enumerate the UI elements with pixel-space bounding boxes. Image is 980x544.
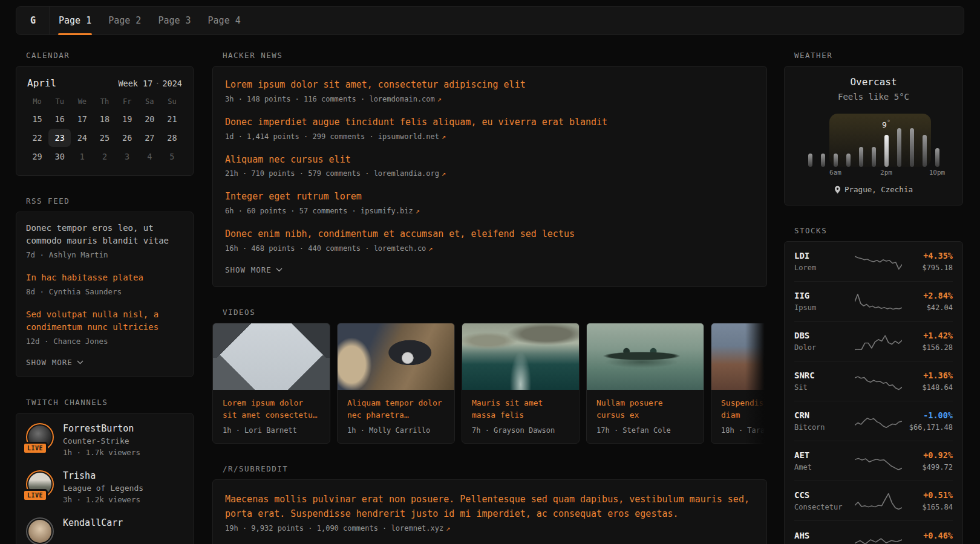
tab-page-4[interactable]: Page 4 (200, 7, 249, 34)
video-title[interactable]: Nullam posuere cursus ex (596, 397, 694, 421)
stock-values: +2.84%$42.04 (923, 291, 953, 312)
calendar-week-year: Week 17·2024 (118, 79, 182, 88)
channel-category[interactable]: Counter-Strike (63, 436, 140, 445)
weather-location-row: Prague, Czechia (794, 185, 953, 194)
middle-column: HACKER NEWS Lorem ipsum dolor sit amet, … (212, 35, 767, 544)
offline-ring (26, 517, 54, 544)
twitch-channel-row: LIVE KendallCarr (26, 517, 183, 544)
hn-story-title[interactable]: Aliquam nec cursus elit (225, 154, 754, 167)
reddit-section-label: /R/SUBREDDIT (212, 464, 767, 473)
stock-ticker: AET (794, 450, 855, 460)
right-column: WEATHER Overcast Feels like 5°C (784, 35, 963, 544)
hn-story-title[interactable]: Donec imperdiet augue tincidunt felis al… (225, 116, 754, 129)
calendar-widget: April Week 17·2024 Mo Tu We Th Fr Sa Su … (16, 66, 194, 176)
channel-viewers: 3h · 1.2k viewers (63, 495, 143, 504)
stock-identity: LDILorem (794, 251, 855, 272)
hour-label: 6am (829, 169, 841, 176)
twitch-section: TWITCH CHANNELS LIVE ForrestBurton Count… (16, 398, 194, 544)
weekday-label: Tu (48, 94, 71, 109)
rss-item-title[interactable]: Donec tempor eros leo, ut commodo mauris… (26, 222, 183, 247)
video-card-body: Lorem ipsum dolor sit amet consectetu… 1… (213, 390, 330, 443)
tab-page-3[interactable]: Page 3 (149, 7, 199, 34)
hn-meta-text: 1d · 1,414 points · 299 comments · ipsum… (225, 132, 439, 141)
video-thumbnail[interactable] (338, 323, 454, 390)
avatar[interactable]: LIVE (26, 423, 54, 451)
video-thumbnail[interactable] (711, 323, 767, 390)
weather-bar (910, 128, 914, 167)
stock-identity: DBSDolor (794, 331, 855, 352)
separator-dot: · (152, 79, 162, 88)
tab-page-1[interactable]: Page 1 (50, 7, 100, 34)
channel-name[interactable]: ForrestBurton (63, 423, 140, 434)
external-link-icon[interactable]: ↗ (439, 132, 446, 141)
calendar-day: 15 (26, 110, 48, 128)
external-link-icon[interactable]: ↗ (443, 524, 450, 533)
videos-scroll-row[interactable]: Lorem ipsum dolor sit amet consectetu… 1… (212, 323, 767, 444)
hn-story-meta: 3h · 148 points · 116 comments · loremdo… (225, 95, 754, 103)
reddit-section: /R/SUBREDDIT Maecenas mollis pulvinar er… (212, 464, 767, 544)
hn-meta-text: 21h · 710 points · 579 comments · loreml… (225, 169, 439, 178)
hn-story-title[interactable]: Lorem ipsum dolor sit amet, consectetur … (225, 79, 754, 92)
rss-item-title[interactable]: In hac habitasse platea (26, 271, 183, 284)
video-title[interactable]: Aliquam tempor dolor nec pharetra… (347, 397, 445, 421)
channel-name[interactable]: Trisha (63, 470, 143, 481)
app-logo[interactable]: G (16, 7, 50, 34)
tab-label: Page 2 (108, 15, 141, 26)
external-link-icon[interactable]: ↗ (435, 95, 442, 103)
external-link-icon[interactable]: ↗ (413, 207, 420, 215)
sparkline (855, 449, 902, 472)
reddit-post-title[interactable]: Maecenas mollis pulvinar erat non posuer… (225, 492, 754, 521)
video-card-body: Mauris sit amet massa felis 7h · Grayson… (462, 390, 579, 443)
video-card: Lorem ipsum dolor sit amet consectetu… 1… (212, 323, 330, 444)
reddit-widget: Maecenas mollis pulvinar erat non posuer… (212, 479, 767, 544)
hn-story-title[interactable]: Donec enim nibh, condimentum et accumsan… (225, 228, 754, 241)
weekday-label: Mo (26, 94, 48, 109)
stock-ticker: CRN (794, 410, 855, 420)
video-title[interactable]: Suspendisse sagittis diam (721, 397, 767, 421)
calendar-day: 19 (116, 110, 139, 128)
calendar-grid: Mo Tu We Th Fr Sa Su 15 16 17 18 19 20 2… (26, 94, 183, 166)
weekday-label: Fr (116, 94, 139, 109)
video-title[interactable]: Mauris sit amet massa felis (472, 397, 569, 421)
rss-item-title[interactable]: Sed volutpat nulla nisl, a condimentum n… (26, 308, 183, 334)
rss-widget: Donec tempor eros leo, ut commodo mauris… (16, 212, 194, 377)
external-link-icon[interactable]: ↗ (426, 244, 433, 253)
external-link-icon[interactable]: ↗ (439, 169, 446, 178)
avatar[interactable]: LIVE (26, 470, 54, 498)
calendar-day: 24 (71, 129, 93, 147)
stock-identity: AHS (794, 531, 855, 544)
avatar[interactable]: LIVE (26, 517, 54, 544)
stock-name: Lorem (794, 264, 855, 272)
rss-show-more-button[interactable]: SHOW MORE (26, 358, 183, 367)
hn-story: Integer eget rutrum lorem 6h · 60 points… (225, 190, 754, 215)
stock-change: +0.46% (923, 531, 953, 540)
video-card-body: Nullam posuere cursus ex 17h · Stefan Co… (587, 390, 704, 443)
stock-name: Sit (794, 383, 855, 392)
video-title[interactable]: Lorem ipsum dolor sit amet consectetu… (223, 397, 320, 421)
video-meta: 18h · Tara (721, 426, 767, 435)
stock-values: +0.92%$499.72 (922, 450, 953, 471)
rss-item-meta: 7d · Ashlyn Martin (26, 250, 183, 259)
calendar-day: 16 (48, 110, 71, 128)
rss-section-label: RSS FEED (16, 196, 194, 206)
tab-page-2[interactable]: Page 2 (100, 7, 149, 34)
video-thumbnail[interactable] (587, 323, 704, 390)
weekday-label: Sa (139, 94, 161, 109)
calendar-day: 29 (26, 147, 48, 166)
channel-category[interactable]: League of Legends (63, 484, 143, 493)
stock-values: +4.35%$795.18 (922, 251, 953, 272)
weather-bar-now (884, 135, 889, 167)
stock-values: +1.42%$156.28 (922, 331, 953, 352)
video-thumbnail[interactable] (462, 323, 579, 390)
stock-ticker: LDI (794, 251, 855, 261)
location-pin-icon (834, 186, 841, 194)
channel-name[interactable]: KendallCarr (63, 517, 123, 528)
hn-show-more-button[interactable]: SHOW MORE (225, 265, 754, 274)
hn-story-meta: 6h · 60 points · 57 comments · ipsumify.… (225, 207, 754, 215)
video-thumbnail[interactable] (213, 323, 330, 390)
show-more-label: SHOW MORE (225, 265, 272, 274)
weather-condition: Overcast (794, 76, 953, 88)
calendar-day-selected: 23 (48, 129, 71, 147)
video-meta: 1h · Molly Carrillo (347, 426, 445, 435)
hn-story-title[interactable]: Integer eget rutrum lorem (225, 190, 754, 204)
